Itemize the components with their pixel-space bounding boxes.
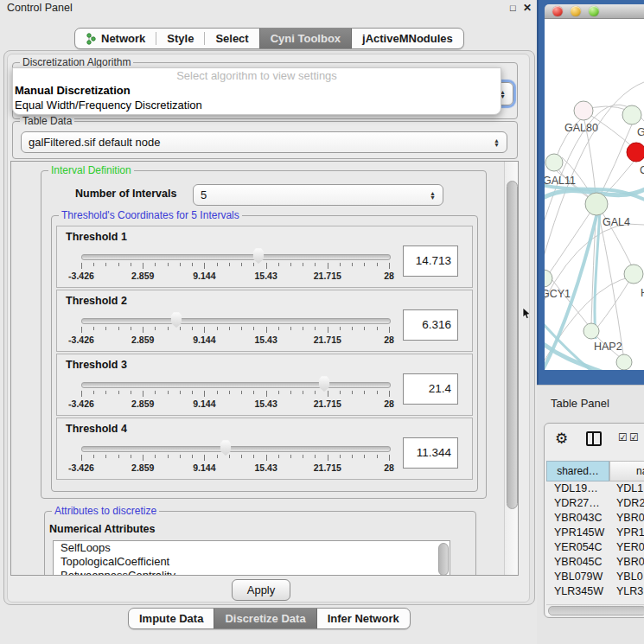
minimize-traffic-light-icon[interactable] bbox=[571, 6, 581, 16]
table-rows: YDL19…YDL1YDR27…YDR2YBR043CYBR0YPR145WYP… bbox=[546, 481, 644, 597]
tick-mark bbox=[131, 455, 131, 458]
table-row[interactable]: YPR145WYPR1 bbox=[546, 526, 644, 540]
algorithm-group-title: Discretization Algorithm bbox=[20, 56, 133, 68]
network-node-h[interactable] bbox=[624, 265, 643, 284]
tab-discretize-data[interactable]: Discretize Data bbox=[214, 609, 316, 628]
cell-name[interactable]: YLR3 bbox=[616, 585, 643, 597]
threshold-slider-track[interactable] bbox=[81, 446, 391, 452]
tick-mark bbox=[180, 327, 181, 330]
cell-shared-name[interactable]: YPR145W bbox=[554, 526, 604, 539]
settings-scroll-viewport: Interval Definition Number of Intervals … bbox=[10, 161, 519, 576]
tick-mark bbox=[155, 263, 156, 266]
cell-shared-name[interactable]: YBR043C bbox=[554, 512, 603, 524]
num-intervals-combobox[interactable]: 5 ▲▼ bbox=[193, 184, 443, 206]
threshold-slider-thumb[interactable] bbox=[219, 439, 233, 456]
column-header-shared-name[interactable]: shared… bbox=[546, 461, 609, 481]
tick-mark bbox=[192, 391, 193, 394]
tick-mark bbox=[389, 263, 390, 269]
table-row[interactable]: YBL079WYBL0 bbox=[546, 570, 644, 584]
network-node[interactable] bbox=[616, 354, 632, 370]
tab-infer-network[interactable]: Infer Network bbox=[317, 609, 410, 628]
tab-network[interactable]: Network bbox=[75, 29, 156, 48]
column-header-name[interactable]: nam bbox=[609, 461, 644, 481]
threshold-value-field[interactable]: 11.344 bbox=[403, 437, 458, 469]
tick-mark bbox=[143, 391, 143, 397]
table-row[interactable]: YER054CYER0 bbox=[546, 540, 644, 555]
attribute-list-item[interactable]: BetweennessCentrality bbox=[54, 569, 450, 576]
threshold-slider-track[interactable] bbox=[81, 318, 391, 324]
attribute-list-item[interactable]: SelfLoops bbox=[54, 541, 450, 555]
cell-name[interactable]: YPR1 bbox=[616, 526, 644, 539]
cell-name[interactable]: YER0 bbox=[616, 541, 644, 553]
table-row[interactable]: YDL19…YDL1 bbox=[546, 481, 644, 496]
cell-name[interactable]: YDR2 bbox=[616, 497, 644, 509]
tick-mark bbox=[131, 327, 131, 330]
tab-jactivemnodules[interactable]: jActiveMNodules bbox=[352, 29, 463, 48]
network-node-c[interactable] bbox=[627, 143, 644, 162]
network-node-gal4[interactable] bbox=[585, 193, 608, 215]
network-node-ga[interactable] bbox=[622, 105, 641, 124]
zoom-traffic-light-icon[interactable] bbox=[589, 6, 599, 16]
table-row[interactable]: YBR045CYBR0 bbox=[546, 555, 644, 570]
table-hscrollbar-track[interactable] bbox=[546, 604, 644, 615]
threshold-value-field[interactable]: 21.4 bbox=[403, 373, 458, 405]
numerical-attributes-list[interactable]: SelfLoopsTopologicalCoefficientBetweenne… bbox=[53, 540, 450, 576]
close-window-icon[interactable]: ✕ bbox=[523, 3, 532, 13]
cell-name[interactable]: YBL0 bbox=[616, 571, 643, 583]
cell-shared-name[interactable]: YDL19… bbox=[554, 482, 598, 494]
cell-shared-name[interactable]: YER054C bbox=[554, 541, 603, 553]
table-row[interactable]: YDR27…YDR2 bbox=[546, 496, 644, 511]
threshold-value-field[interactable]: 14.713 bbox=[403, 245, 458, 277]
network-node-gal80[interactable] bbox=[574, 101, 593, 120]
attribute-list-scrollbar[interactable] bbox=[438, 543, 449, 576]
threshold-slider-track[interactable] bbox=[81, 382, 391, 388]
tab-impute-data[interactable]: Impute Data bbox=[129, 609, 214, 628]
viewport-scrollbar-track[interactable] bbox=[504, 162, 519, 575]
attribute-list-item[interactable]: TopologicalCoefficient bbox=[54, 555, 450, 569]
network-node-gal11[interactable] bbox=[545, 154, 563, 171]
cell-name[interactable]: YBR0 bbox=[616, 512, 644, 524]
dropdown-item-manual[interactable]: Manual Discretization bbox=[13, 83, 501, 98]
cell-shared-name[interactable]: YLR345W bbox=[554, 585, 603, 597]
checkbox-icon[interactable]: ☑ bbox=[629, 431, 639, 443]
threshold-slider-track[interactable] bbox=[81, 254, 391, 260]
tick-mark bbox=[118, 327, 119, 330]
network-node-gcy1[interactable] bbox=[545, 270, 552, 287]
cell-name[interactable]: YDL1 bbox=[616, 482, 643, 494]
table-hscrollbar-thumb[interactable] bbox=[548, 606, 644, 615]
network-node-hap2[interactable] bbox=[583, 323, 599, 339]
cell-name[interactable]: YBR0 bbox=[616, 556, 644, 568]
network-canvas[interactable]: GAL80GACGAL11GAL4GCY1HHAP2 bbox=[545, 19, 644, 370]
thresholds-group-title: Threshold's Coordinates for 5 Intervals bbox=[59, 209, 242, 221]
threshold-slider-thumb[interactable] bbox=[169, 311, 183, 328]
threshold-slider-thumb[interactable] bbox=[317, 375, 331, 392]
dropdown-item-equal-width[interactable]: Equal Width/Frequency Discretization bbox=[13, 98, 501, 112]
apply-button[interactable]: Apply bbox=[232, 579, 290, 601]
tick-label: 28 bbox=[384, 271, 394, 281]
viewport-scrollbar-thumb[interactable] bbox=[507, 181, 518, 509]
table-row[interactable]: YBR043CYBR0 bbox=[546, 511, 644, 526]
tick-mark bbox=[93, 263, 94, 266]
close-traffic-light-icon[interactable] bbox=[552, 6, 563, 16]
gear-icon[interactable]: ⚙ bbox=[555, 430, 568, 448]
tab-cyni-toolbox[interactable]: Cyni Toolbox bbox=[259, 29, 352, 48]
tick-label: 21.715 bbox=[314, 335, 341, 345]
checkbox-icon[interactable]: ☑ bbox=[618, 431, 628, 443]
split-view-icon[interactable] bbox=[586, 431, 602, 446]
tick-mark bbox=[217, 391, 218, 394]
tick-mark bbox=[192, 455, 193, 458]
dropdown-placeholder[interactable]: Select algorithm to view settings bbox=[13, 68, 501, 83]
table-row[interactable]: YLR345WYLR3 bbox=[546, 584, 644, 597]
tab-select[interactable]: Select bbox=[205, 29, 258, 48]
cell-shared-name[interactable]: YBL079W bbox=[554, 571, 603, 583]
network-window-titlebar[interactable] bbox=[545, 4, 644, 19]
float-window-icon[interactable]: □ bbox=[510, 3, 516, 13]
threshold-slider-thumb[interactable] bbox=[252, 247, 265, 264]
table-data-combobox[interactable]: galFiltered.sif default node ▲▼ bbox=[21, 131, 507, 153]
network-node-label: C bbox=[640, 164, 644, 176]
threshold-value-field[interactable]: 6.316 bbox=[403, 309, 458, 341]
tick-mark bbox=[266, 263, 267, 269]
tab-style[interactable]: Style bbox=[156, 29, 204, 48]
cell-shared-name[interactable]: YDR27… bbox=[554, 497, 600, 509]
cell-shared-name[interactable]: YBR045C bbox=[554, 556, 603, 568]
